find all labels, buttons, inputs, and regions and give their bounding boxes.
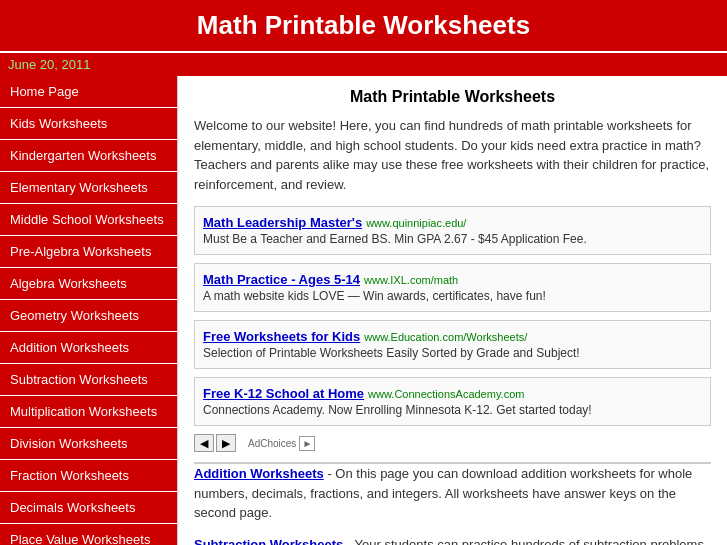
ad-url-0: www.quinnipiac.edu/ bbox=[366, 217, 466, 229]
sidebar: Home PageKids WorksheetsKindergarten Wor… bbox=[0, 76, 178, 545]
ad-title-1[interactable]: Math Practice - Ages 5-14 bbox=[203, 272, 360, 287]
sidebar-item-decimals-worksheets[interactable]: Decimals Worksheets bbox=[0, 492, 177, 524]
sidebar-item-geometry-worksheets[interactable]: Geometry Worksheets bbox=[0, 300, 177, 332]
sidebar-item-home-page[interactable]: Home Page bbox=[0, 76, 177, 108]
ads-container: Math Leadership Master'swww.quinnipiac.e… bbox=[194, 206, 711, 426]
sidebar-item-algebra-worksheets[interactable]: Algebra Worksheets bbox=[0, 268, 177, 300]
content-para-addition: Addition Worksheets - On this page you c… bbox=[194, 464, 711, 523]
sidebar-item-pre-algebra-worksheets[interactable]: Pre-Algebra Worksheets bbox=[0, 236, 177, 268]
sidebar-item-division-worksheets[interactable]: Division Worksheets bbox=[0, 428, 177, 460]
ad-item-2: Free Worksheets for Kidswww.Education.co… bbox=[194, 320, 711, 369]
addition-worksheets-link[interactable]: Addition Worksheets bbox=[194, 466, 324, 481]
sidebar-item-multiplication-worksheets[interactable]: Multiplication Worksheets bbox=[0, 396, 177, 428]
ad-choices-label: AdChoices ► bbox=[248, 437, 315, 449]
main-title: Math Printable Worksheets bbox=[194, 88, 711, 106]
page-title: Math Printable Worksheets bbox=[0, 10, 727, 41]
sidebar-item-kids-worksheets[interactable]: Kids Worksheets bbox=[0, 108, 177, 140]
content-para-subtraction: Subtraction Worksheets - Your students c… bbox=[194, 535, 711, 546]
ad-desc-2: Selection of Printable Worksheets Easily… bbox=[203, 346, 702, 360]
sidebar-item-middle-school-worksheets[interactable]: Middle School Worksheets bbox=[0, 204, 177, 236]
sidebar-item-place-value-worksheets[interactable]: Place Value Worksheets bbox=[0, 524, 177, 545]
date-display: June 20, 2011 bbox=[8, 57, 90, 72]
ad-desc-3: Connections Academy. Now Enrolling Minne… bbox=[203, 403, 702, 417]
ad-title-2[interactable]: Free Worksheets for Kids bbox=[203, 329, 360, 344]
ad-title-3[interactable]: Free K-12 School at Home bbox=[203, 386, 364, 401]
sidebar-item-kindergarten-worksheets[interactable]: Kindergarten Worksheets bbox=[0, 140, 177, 172]
ad-item-0: Math Leadership Master'swww.quinnipiac.e… bbox=[194, 206, 711, 255]
subtraction-worksheets-link[interactable]: Subtraction Worksheets bbox=[194, 537, 343, 546]
ad-title-0[interactable]: Math Leadership Master's bbox=[203, 215, 362, 230]
intro-text: Welcome to our website! Here, you can fi… bbox=[194, 116, 711, 194]
ad-desc-1: A math website kids LOVE — Win awards, c… bbox=[203, 289, 702, 303]
sidebar-item-subtraction-worksheets[interactable]: Subtraction Worksheets bbox=[0, 364, 177, 396]
main-content: Math Printable Worksheets Welcome to our… bbox=[178, 76, 727, 545]
ad-url-3: www.ConnectionsAcademy.com bbox=[368, 388, 524, 400]
ad-navigation: ◀ ▶ AdChoices ► bbox=[194, 434, 711, 452]
ad-url-1: www.IXL.com/math bbox=[364, 274, 458, 286]
content-paragraphs: Addition Worksheets - On this page you c… bbox=[194, 464, 711, 545]
sidebar-item-fraction-worksheets[interactable]: Fraction Worksheets bbox=[0, 460, 177, 492]
ad-url-2: www.Education.com/Worksheets/ bbox=[364, 331, 527, 343]
ad-prev-button[interactable]: ◀ bbox=[194, 434, 214, 452]
ad-next-button[interactable]: ▶ bbox=[216, 434, 236, 452]
ad-desc-0: Must Be a Teacher and Earned BS. Min GPA… bbox=[203, 232, 702, 246]
ad-item-1: Math Practice - Ages 5-14www.IXL.com/mat… bbox=[194, 263, 711, 312]
sidebar-item-elementary-worksheets[interactable]: Elementary Worksheets bbox=[0, 172, 177, 204]
sidebar-item-addition-worksheets[interactable]: Addition Worksheets bbox=[0, 332, 177, 364]
ad-item-3: Free K-12 School at Homewww.ConnectionsA… bbox=[194, 377, 711, 426]
